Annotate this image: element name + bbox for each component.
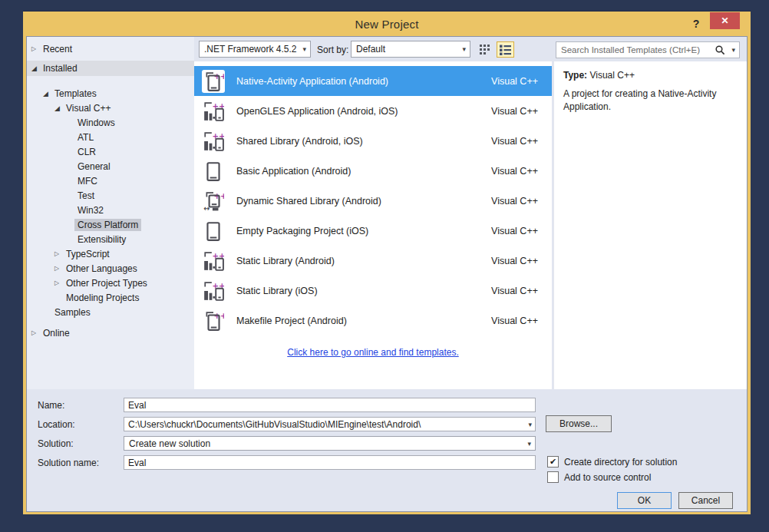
template-name: Basic Application (Android) — [236, 166, 351, 177]
template-type-label: Type: — [563, 70, 587, 81]
solution-dropdown[interactable]: Create new solution ▾ — [124, 436, 536, 451]
template-icon-devices-pp: ++ — [202, 249, 225, 273]
sidebar-item-label: ATL — [78, 132, 94, 143]
sidebar-item-templates[interactable]: ◢Templates — [27, 86, 194, 101]
tree-collapsed-icon[interactable]: ▷ — [31, 45, 43, 52]
checkbox-group: ✔Create directory for solutionAdd to sou… — [547, 456, 677, 483]
template-list-item[interactable]: ++OpenGLES Application (Android, iOS)Vis… — [194, 96, 552, 126]
browse-button[interactable]: Browse... — [546, 415, 612, 432]
sidebar-item-label: General — [78, 161, 111, 172]
sidebar-item-clr[interactable]: CLR — [27, 144, 194, 159]
sidebar-item-recent[interactable]: ▷Recent — [27, 41, 194, 56]
tree-expanded-icon[interactable]: ◢ — [54, 104, 66, 112]
template-list-item[interactable]: ++↔Dynamic Shared Library (Android)Visua… — [194, 186, 552, 216]
location-input[interactable] — [124, 417, 536, 431]
sidebar-item-win32[interactable]: Win32 — [27, 203, 194, 217]
tree-collapsed-icon[interactable]: ▷ — [31, 329, 43, 336]
template-language: Visual C++ — [491, 256, 538, 266]
template-list-item[interactable]: ++Native-Activity Application (Android)V… — [194, 66, 552, 96]
checkbox-unchecked-icon[interactable] — [547, 471, 559, 483]
sidebar-tree: ▷Recent◢Installed◢Templates◢Visual C++Wi… — [27, 37, 194, 389]
search-icon[interactable] — [715, 45, 725, 55]
template-icon-phone-plain — [202, 220, 225, 243]
solution-name-label: Solution name: — [38, 458, 99, 468]
sidebar-item-typescript[interactable]: ▷TypeScript — [27, 246, 194, 261]
template-list-item[interactable]: ++Shared Library (Android, iOS)Visual C+… — [194, 126, 552, 156]
template-description: A project for creating a Native-Activity… — [563, 88, 728, 114]
sidebar-item-other-languages[interactable]: ▷Other Languages — [27, 261, 194, 276]
sort-by-label: Sort by: — [317, 45, 348, 55]
help-button[interactable]: ? — [688, 15, 705, 32]
template-language: Visual C++ — [491, 136, 538, 147]
desktop-background: New Project ? ✕ ▷Recent◢Installed◢Templa… — [0, 0, 769, 532]
sidebar-item-cross-platform[interactable]: Cross Platform — [27, 217, 194, 232]
template-list-item[interactable]: Basic Application (Android)Visual C++ — [194, 156, 552, 186]
sidebar-item-modeling-projects[interactable]: Modeling Projects — [27, 290, 194, 305]
template-list-item[interactable]: ++Static Library (iOS)Visual C++ — [194, 276, 552, 306]
close-button[interactable]: ✕ — [710, 12, 740, 29]
template-list-item[interactable]: ++Static Library (Android)Visual C++ — [194, 246, 552, 276]
dialog-content: ▷Recent◢Installed◢Templates◢Visual C++Wi… — [26, 36, 748, 512]
chevron-down-icon: ▾ — [302, 45, 306, 53]
sidebar-item-online[interactable]: ▷Online — [27, 325, 194, 340]
sort-dropdown[interactable]: Default ▾ — [351, 41, 470, 58]
sidebar-item-installed[interactable]: ◢Installed — [27, 61, 194, 76]
checkbox-label: Add to source control — [564, 472, 651, 483]
small-icons-view-button[interactable] — [478, 42, 493, 57]
chevron-down-icon[interactable]: ▾ — [528, 421, 532, 428]
sidebar-item-samples[interactable]: Samples — [27, 305, 194, 319]
sidebar-item-label: Templates — [54, 88, 97, 99]
template-language: Visual C++ — [491, 196, 538, 207]
framework-dropdown[interactable]: .NET Framework 4.5.2 ▾ — [199, 41, 311, 58]
ok-button[interactable]: OK — [617, 492, 672, 509]
tree-expanded-icon[interactable]: ◢ — [43, 90, 54, 97]
sidebar-item-label: Installed — [43, 63, 78, 74]
tree-collapsed-icon[interactable]: ▷ — [54, 250, 66, 257]
dialog-titlebar[interactable]: New Project ? ✕ — [23, 12, 751, 36]
sidebar-item-windows[interactable]: Windows — [27, 115, 194, 130]
template-name: Native-Activity Application (Android) — [236, 76, 388, 87]
template-language: Visual C++ — [491, 106, 538, 117]
sidebar-item-label: CLR — [78, 147, 96, 157]
help-icon: ? — [693, 18, 700, 30]
search-options-chevron-icon[interactable]: ▾ — [731, 46, 735, 54]
sidebar-item-atl[interactable]: ATL — [27, 130, 194, 144]
tree-collapsed-icon[interactable]: ▷ — [54, 279, 66, 286]
online-templates-link[interactable]: Click here to go online and find templat… — [194, 347, 552, 358]
project-name-input[interactable] — [124, 398, 536, 412]
list-view-button[interactable] — [497, 41, 514, 58]
small-icons-view-icon — [479, 43, 492, 56]
name-label: Name: — [38, 400, 64, 411]
checkbox-create-directory-for-solution[interactable]: ✔Create directory for solution — [547, 456, 677, 468]
solution-dropdown-value: Create new solution — [129, 438, 210, 449]
cancel-button[interactable]: Cancel — [678, 492, 733, 509]
template-language: Visual C++ — [491, 316, 538, 326]
list-view-icon — [499, 43, 512, 56]
template-language: Visual C++ — [491, 76, 538, 87]
dialog-title: New Project — [355, 18, 418, 31]
sidebar-item-other-project-types[interactable]: ▷Other Project Types — [27, 276, 194, 290]
location-label: Location: — [38, 419, 75, 430]
sidebar-item-extensibility[interactable]: Extensibility — [27, 232, 194, 246]
sidebar-item-mfc[interactable]: MFC — [27, 173, 194, 188]
sidebar-item-label: Modeling Projects — [66, 292, 139, 303]
chevron-down-icon: ▾ — [462, 45, 466, 53]
sidebar-item-general[interactable]: General — [27, 159, 194, 173]
sidebar-item-label: Other Project Types — [66, 278, 147, 289]
template-name: OpenGLES Application (Android, iOS) — [236, 106, 398, 117]
template-icon-phone-plain — [202, 160, 225, 183]
template-list-item[interactable]: Empty Packaging Project (iOS)Visual C++ — [194, 216, 552, 246]
template-list-item[interactable]: ++Makefile Project (Android)Visual C++ — [194, 306, 552, 335]
template-language: Visual C++ — [491, 166, 538, 177]
checkbox-checked-icon[interactable]: ✔ — [547, 456, 559, 468]
sidebar-item-label: Windows — [78, 117, 115, 128]
tree-collapsed-icon[interactable]: ▷ — [54, 265, 66, 272]
sidebar-item-visual-c[interactable]: ◢Visual C++ — [27, 101, 194, 115]
search-input[interactable] — [556, 45, 715, 55]
checkbox-add-to-source-control[interactable]: Add to source control — [547, 471, 677, 483]
tree-expanded-icon[interactable]: ◢ — [31, 64, 43, 72]
sidebar-item-test[interactable]: Test — [27, 188, 194, 203]
template-language: Visual C++ — [491, 226, 538, 236]
template-name: Makefile Project (Android) — [236, 316, 347, 326]
solution-name-input[interactable] — [124, 455, 536, 470]
